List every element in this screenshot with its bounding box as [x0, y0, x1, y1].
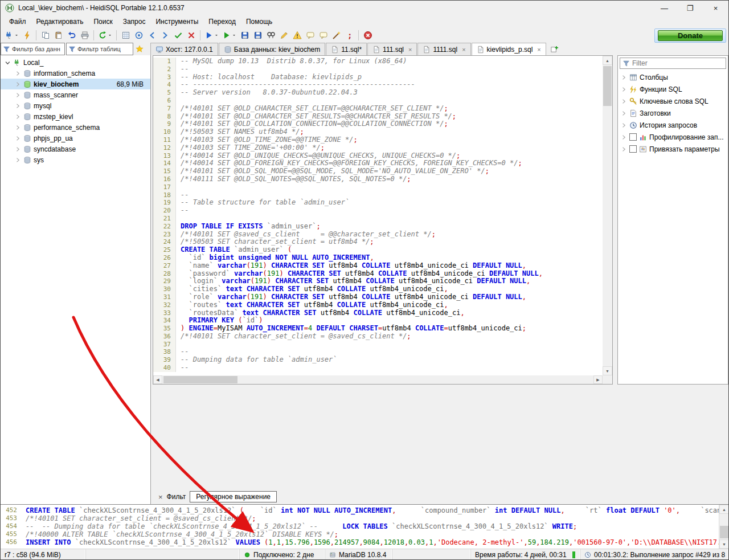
helper-item-sql-functions[interactable]: Функции SQL	[618, 83, 728, 95]
tree-db-syncdatabase[interactable]: syncdatabase	[1, 144, 150, 154]
tree-db-mass-scanner[interactable]: mass_scanner	[1, 89, 150, 100]
editor-line[interactable]: 19-- Table structure for table `admin_us…	[153, 199, 603, 207]
uncomment-code-button[interactable]	[317, 29, 330, 42]
editor-line[interactable]: 2--	[153, 66, 603, 73]
log-line[interactable]: 452CREATE TABLE `checkXLScontrnse_4_300_…	[1, 506, 719, 514]
editor-line[interactable]: 21	[153, 215, 603, 223]
minimize-button[interactable]: —	[652, 1, 677, 15]
table-filter-input[interactable]	[77, 46, 131, 52]
editor-line[interactable]: 14/*!40014 SET @OLD_FOREIGN_KEY_CHECKS=@…	[153, 160, 603, 167]
scroll-down-icon[interactable]: ▼	[603, 366, 612, 375]
editor-line[interactable]: 6	[153, 97, 603, 105]
helper-item-query-history[interactable]: История запросов	[618, 119, 728, 131]
tree-db-performance-schema[interactable]: performance_schema	[1, 122, 150, 133]
editor-line[interactable]: 28 `password` varchar(191) CHARACTER SET…	[153, 270, 603, 278]
paste-button[interactable]	[52, 29, 65, 42]
menu-инструменты[interactable]: Инструменты	[150, 17, 203, 27]
editor-line[interactable]: 23/*!40101 SET @saved_cs_client = @@char…	[153, 231, 603, 239]
editor-line[interactable]: 15/*!40101 SET @OLD_SQL_MODE=@@SQL_MODE,…	[153, 167, 603, 175]
editor-line[interactable]: 1-- MySQL dump 10.13 Distrib 8.0.37, for…	[153, 58, 603, 66]
editor-line[interactable]: 33 `routesData` text CHARACTER SET utf8m…	[153, 309, 603, 317]
follow-foreign-key-button[interactable]	[132, 29, 145, 42]
editor-line[interactable]: 39-- Dumping data for table `admin_user`	[153, 356, 603, 364]
tree-db-sys[interactable]: sys	[1, 154, 150, 165]
editor-line[interactable]: 4-- ------------------------------------…	[153, 81, 603, 89]
helper-item-columns[interactable]: Столбцы	[618, 71, 728, 83]
editor-line[interactable]: 36/*!40101 SET character_set_client = @s…	[153, 333, 603, 341]
scroll-thumb[interactable]	[163, 376, 237, 383]
database-filter-input[interactable]	[12, 46, 63, 52]
editor-line[interactable]: 10/*!50503 SET NAMES utf8mb4 */;	[153, 128, 603, 136]
menu-файл[interactable]: Файл	[4, 17, 31, 27]
set-delimiter-button[interactable]: ;	[343, 29, 356, 42]
edit-text-button[interactable]	[277, 29, 290, 42]
tab-база-данных-kiev-biochem[interactable]: База данных: kiev_biochem	[219, 43, 326, 55]
tab-close-icon[interactable]: ×	[462, 46, 465, 53]
menu-поиск[interactable]: Поиск	[88, 17, 117, 27]
editor-line[interactable]: 37	[153, 341, 603, 349]
editor-line[interactable]: 24/*!50503 SET character_set_client = ut…	[153, 238, 603, 246]
tab-close-icon[interactable]: ×	[408, 46, 412, 53]
tree-session-local[interactable]: Local_	[1, 57, 150, 68]
scroll-left-icon[interactable]: ◀	[153, 375, 162, 384]
copy-button[interactable]	[39, 29, 52, 42]
tree-db-phpjs-pp-ua[interactable]: phpjs_pp_ua	[1, 133, 150, 144]
scroll-thumb[interactable]	[603, 66, 612, 106]
editor-line[interactable]: 40--	[153, 364, 603, 372]
editor-line[interactable]: 9/*!40101 SET @OLD_COLLATION_CONNECTION=…	[153, 120, 603, 128]
next-tab-button[interactable]	[158, 29, 171, 42]
comment-code-button[interactable]	[304, 29, 317, 42]
run-current-query-button[interactable]	[220, 29, 238, 42]
editor-line[interactable]: 30 `cities` text CHARACTER SET utf8mb4 C…	[153, 285, 603, 293]
editor-line[interactable]: 8/*!40101 SET @OLD_CHARACTER_SET_RESULTS…	[153, 113, 603, 121]
editor-line[interactable]: 3-- Host: localhost Database: kievlipids…	[153, 73, 603, 81]
editor-line[interactable]: 18--	[153, 191, 603, 199]
export-warning-button[interactable]	[290, 29, 304, 42]
editor-line[interactable]: 38--	[153, 348, 603, 356]
tree-db-mysql[interactable]: mysql	[1, 100, 150, 111]
reformat-sql-button[interactable]	[330, 29, 343, 42]
editor-vertical-scrollbar[interactable]: ▲ ▼	[603, 56, 612, 375]
apply-changes-button[interactable]	[171, 29, 185, 42]
disconnect-button[interactable]	[21, 29, 34, 42]
editor-line[interactable]: 34 PRIMARY KEY (`id`)	[153, 317, 603, 325]
data-grid-button[interactable]	[119, 29, 132, 42]
query-profiling-checkbox[interactable]	[629, 133, 637, 141]
menu-помощь[interactable]: Помощь	[241, 17, 277, 27]
donate-button[interactable]: Donate	[658, 30, 723, 41]
log-line[interactable]: 455/*!40000 ALTER TABLE `checkXLScontrns…	[1, 530, 719, 538]
tab-хост-127-0-0-1[interactable]: Хост: 127.0.0.1	[150, 43, 218, 55]
log-line[interactable]: 456INSERT INTO `checkXLScontrnse_4_300_4…	[1, 538, 719, 546]
editor-line[interactable]: 26 `id` bigint unsigned NOT NULL AUTO_IN…	[153, 254, 603, 262]
scroll-up-icon[interactable]: ▲	[719, 505, 728, 514]
editor-line[interactable]: 17	[153, 183, 603, 191]
close-button[interactable]: ×	[703, 1, 728, 15]
tree-db-kiev-biochem[interactable]: kiev_biochem68,9 MiB	[1, 79, 150, 89]
save-all-button[interactable]	[251, 29, 264, 42]
editor-horizontal-scrollbar[interactable]: ◀ ▶	[153, 375, 603, 384]
tab-close-icon[interactable]: ×	[537, 46, 540, 53]
favorites-filter-button[interactable]	[133, 43, 146, 55]
menu-редактировать[interactable]: Редактировать	[31, 17, 89, 27]
scroll-right-icon[interactable]: ▶	[593, 375, 603, 384]
helper-filter-input[interactable]	[632, 59, 723, 67]
execute-sql-button[interactable]	[203, 29, 220, 42]
stop-query-button[interactable]	[361, 29, 374, 42]
tree-db-mzstep-kievl[interactable]: mzstep_kievl	[1, 111, 150, 122]
tab-111-sql[interactable]: 111.sql×	[367, 43, 417, 55]
log-line[interactable]: 453/*!40101 SET character_set_client = @…	[1, 514, 719, 522]
helper-item-snippets[interactable]: Заготовки	[618, 107, 728, 119]
refresh-button[interactable]	[96, 29, 114, 42]
helper-item-query-profiling[interactable]: Профилирование зап...	[618, 131, 728, 143]
editor-line[interactable]: 13/*!40014 SET @OLD_UNIQUE_CHECKS=@@UNIQ…	[153, 152, 603, 160]
menu-запрос[interactable]: Запрос	[118, 17, 151, 27]
log-scrollbar[interactable]: ▲ ▼	[719, 505, 728, 549]
log-line[interactable]: 454-- -- Dumping data for table `checkXL…	[1, 522, 719, 530]
undo-button[interactable]	[65, 29, 78, 42]
print-button[interactable]	[78, 29, 91, 42]
editor-line[interactable]: 32 `routes` text CHARACTER SET utf8mb4 C…	[153, 301, 603, 309]
scroll-up-icon[interactable]: ▲	[603, 56, 612, 65]
previous-tab-button[interactable]	[145, 29, 158, 42]
save-sql-button[interactable]	[238, 29, 251, 42]
maximize-button[interactable]: ❐	[677, 1, 703, 15]
